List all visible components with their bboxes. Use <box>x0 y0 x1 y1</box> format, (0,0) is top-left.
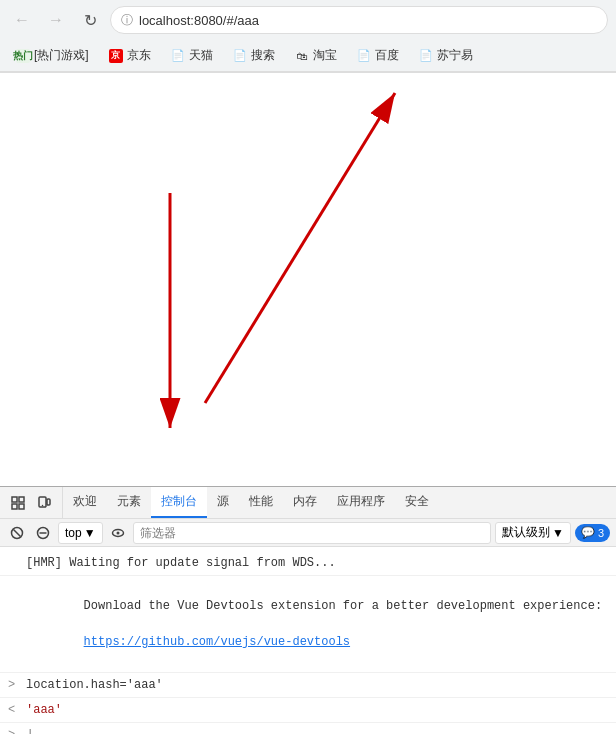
page-content <box>0 73 616 463</box>
svg-rect-9 <box>47 499 50 505</box>
address-bar[interactable]: ⓘ localhost:8080/#/aaa <box>110 6 608 34</box>
jd-icon: 京 <box>109 49 123 63</box>
line-prefix-5: > <box>8 726 22 734</box>
bookmark-baidu[interactable]: 📄 百度 <box>349 44 407 67</box>
bookmark-hot-games-label: [热门游戏] <box>34 47 89 64</box>
page-icon-3: 📄 <box>357 49 371 63</box>
bookmark-jd-label: 京东 <box>127 47 151 64</box>
console-line-aaa: < 'aaa' <box>0 698 616 723</box>
console-toolbar: top ▼ 默认级别 ▼ 💬 3 <box>0 519 616 547</box>
console-line-location: > location.hash='aaa' <box>0 673 616 698</box>
devtools-text: Download the Vue Devtools extension for … <box>84 599 602 613</box>
tab-elements[interactable]: 元素 <box>107 487 151 518</box>
nav-bar: ← → ↻ ⓘ localhost:8080/#/aaa <box>0 0 616 40</box>
page-icon: 📄 <box>171 49 185 63</box>
level-dropdown-arrow-icon: ▼ <box>552 526 564 540</box>
bookmark-taobao[interactable]: 🛍 淘宝 <box>287 44 345 67</box>
bookmark-taobao-label: 淘宝 <box>313 47 337 64</box>
tab-sources[interactable]: 源 <box>207 487 239 518</box>
inspect-element-button[interactable] <box>6 491 30 515</box>
tab-welcome[interactable]: 欢迎 <box>63 487 107 518</box>
line-prefix-4: < <box>8 701 22 719</box>
devtools-link[interactable]: https://github.com/vuejs/vue-devtools <box>84 635 350 649</box>
tab-security[interactable]: 安全 <box>395 487 439 518</box>
svg-rect-4 <box>12 497 17 502</box>
console-line-devtools: Download the Vue Devtools extension for … <box>0 576 616 673</box>
context-selector[interactable]: top ▼ <box>58 522 103 544</box>
reload-button[interactable]: ↻ <box>76 6 104 34</box>
eye-button[interactable] <box>107 522 129 544</box>
bookmark-baidu-label: 百度 <box>375 47 399 64</box>
devtools-icon-group <box>0 487 63 518</box>
tab-memory[interactable]: 内存 <box>283 487 327 518</box>
level-label: 默认级别 <box>502 524 550 541</box>
bookmarks-bar: 热门 [热门游戏] 京 京东 📄 天猫 📄 搜索 🛍 淘宝 📄 百度 📄 苏宁易 <box>0 40 616 72</box>
message-count: 3 <box>598 527 604 539</box>
bubble-icon: 💬 <box>581 526 595 539</box>
location-text: location.hash='aaa' <box>26 676 163 694</box>
message-count-badge: 💬 3 <box>575 524 610 542</box>
back-button[interactable]: ← <box>8 6 36 34</box>
bookmark-search-label: 搜索 <box>251 47 275 64</box>
device-mode-button[interactable] <box>32 491 56 515</box>
context-label: top <box>65 526 82 540</box>
svg-line-12 <box>14 529 21 536</box>
page-icon-4: 📄 <box>419 49 433 63</box>
bookmark-tmall[interactable]: 📄 天猫 <box>163 44 221 67</box>
bookmark-suning-label: 苏宁易 <box>437 47 473 64</box>
svg-line-2 <box>205 93 395 403</box>
bookmark-suning[interactable]: 📄 苏宁易 <box>411 44 481 67</box>
svg-rect-7 <box>19 504 24 509</box>
tab-application[interactable]: 应用程序 <box>327 487 395 518</box>
no-icon-button[interactable] <box>32 522 54 544</box>
console-output: [HMR] Waiting for update signal from WDS… <box>0 547 616 734</box>
aaa-text: 'aaa' <box>26 701 62 719</box>
dropdown-arrow-icon: ▼ <box>84 526 96 540</box>
console-line-hmr: [HMR] Waiting for update signal from WDS… <box>0 551 616 576</box>
log-level-selector[interactable]: 默认级别 ▼ <box>495 522 571 544</box>
devtools-panel: 欢迎 元素 控制台 源 性能 内存 应用程序 安全 <box>0 486 616 734</box>
tab-performance[interactable]: 性能 <box>239 487 283 518</box>
hmr-text: [HMR] Waiting for update signal from WDS… <box>26 554 336 572</box>
svg-point-16 <box>116 531 119 534</box>
browser-chrome: ← → ↻ ⓘ localhost:8080/#/aaa 热门 [热门游戏] 京… <box>0 0 616 73</box>
clear-console-button[interactable] <box>6 522 28 544</box>
forward-button[interactable]: → <box>42 6 70 34</box>
bookmark-search[interactable]: 📄 搜索 <box>225 44 283 67</box>
bookmark-hot-games[interactable]: 热门 [热门游戏] <box>8 44 97 67</box>
hot-games-icon: 热门 <box>16 49 30 63</box>
bookmark-jd[interactable]: 京 京东 <box>101 44 159 67</box>
prompt-cursor: | <box>26 726 34 734</box>
devtools-tabs-bar: 欢迎 元素 控制台 源 性能 内存 应用程序 安全 <box>0 487 616 519</box>
bookmark-tmall-label: 天猫 <box>189 47 213 64</box>
filter-input[interactable] <box>133 522 491 544</box>
console-line-prompt: > | <box>0 723 616 734</box>
page-icon-2: 📄 <box>233 49 247 63</box>
svg-rect-5 <box>12 504 17 509</box>
url-text: localhost:8080/#/aaa <box>139 13 259 28</box>
tab-console[interactable]: 控制台 <box>151 487 207 518</box>
taobao-icon: 🛍 <box>295 49 309 63</box>
annotation-arrows <box>0 73 616 463</box>
info-icon: ⓘ <box>121 12 133 29</box>
line-prefix-3: > <box>8 676 22 694</box>
svg-rect-6 <box>19 497 24 502</box>
